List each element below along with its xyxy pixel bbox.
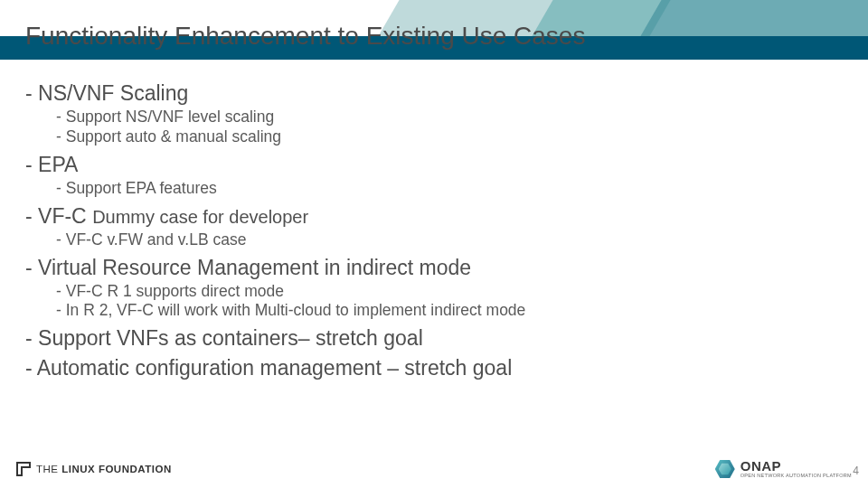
linux-foundation-text: THE LINUX FOUNDATION [36,464,172,474]
onap-text: ONAP OPEN NETWORK AUTOMATION PLATFORM [741,459,852,479]
slide-content: NS/VNF Scaling Support NS/VNF level scal… [25,76,843,382]
onap-sub: OPEN NETWORK AUTOMATION PLATFORM [741,474,852,479]
lf-prefix: THE [36,464,59,474]
header-stripe [630,0,868,36]
bullet-text: VF-C [38,204,92,228]
page-number: 4 [853,465,859,477]
bullet-l1: Support VNFs as containers– stretch goal [25,326,843,351]
bullet-l1: Automatic configuration management – str… [25,356,843,380]
bullet-l1: EPA [25,153,843,177]
onap-logo: ONAP OPEN NETWORK AUTOMATION PLATFORM [715,459,852,479]
bullet-l2: Support EPA features [56,179,843,199]
onap-name: ONAP [741,459,852,473]
bullet-l2: VF-C v.FW and v.LB case [56,230,843,250]
slide-title: Functionality Enhancement to Existing Us… [25,22,585,51]
bullet-l1: VF-C Dummy case for developer [25,204,843,229]
bullet-l2: VF-C R 1 supports direct mode [56,282,843,302]
bullet-l2: Support auto & manual scaling [56,127,843,147]
bullet-l2: In R 2, VF-C will work with Multi-cloud … [56,301,843,321]
bullet-l1: NS/VNF Scaling [25,81,843,106]
lf-main: LINUX FOUNDATION [61,464,172,474]
linux-foundation-logo: THE LINUX FOUNDATION [16,462,172,476]
bullet-l1: Virtual Resource Management in indirect … [25,256,843,280]
footer: THE LINUX FOUNDATION ONAP OPEN NETWORK A… [16,459,852,479]
bullet-l2: Support NS/VNF level scaling [56,108,843,127]
onap-icon [715,459,735,479]
linux-foundation-icon [16,462,31,476]
bullet-text-small: Dummy case for developer [92,207,308,227]
slide: Functionality Enhancement to Existing Us… [0,0,868,488]
